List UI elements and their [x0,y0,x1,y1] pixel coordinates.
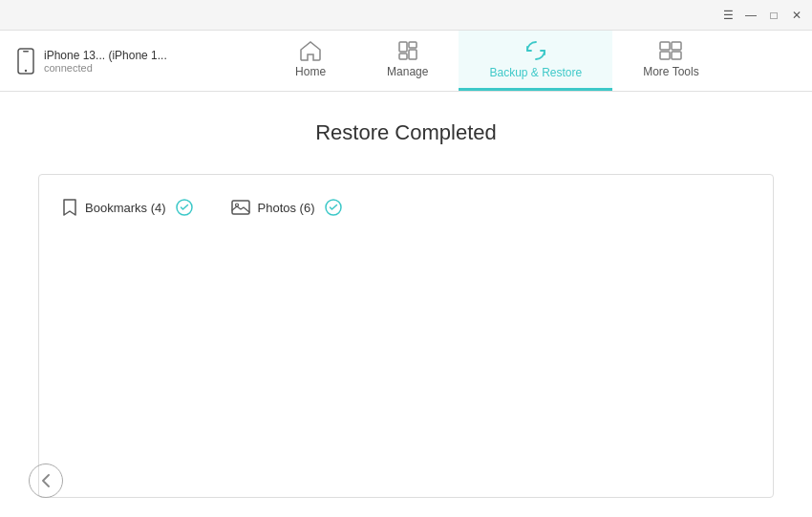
restore-items: Bookmarks (4) Photos (6) [62,198,750,217]
tab-backup-restore-label: Backup & Restore [489,66,582,79]
svg-rect-6 [409,50,417,59]
manage-icon [396,40,419,61]
svg-rect-3 [399,42,407,52]
tab-more-tools[interactable]: More Tools [612,31,729,91]
home-icon [299,40,322,61]
menu-button[interactable]: ☰ [720,8,736,23]
svg-rect-9 [660,52,670,59]
title-bar: ☰ — □ ✕ [0,0,812,31]
maximize-button[interactable]: □ [766,8,781,23]
bookmarks-check-icon [176,199,193,216]
tab-manage[interactable]: Manage [356,31,459,91]
minimize-button[interactable]: — [743,8,759,23]
svg-rect-5 [399,54,407,59]
page-title: Restore Completed [315,120,497,145]
back-button[interactable] [29,463,63,498]
more-tools-icon [658,40,683,61]
device-icon [15,48,36,75]
bookmarks-label: Bookmarks (4) [85,201,166,215]
back-chevron-icon [41,473,51,488]
tab-manage-label: Manage [387,65,428,78]
svg-rect-4 [409,42,417,48]
tab-home[interactable]: Home [265,31,356,91]
bookmarks-icon [62,198,77,217]
svg-rect-1 [23,51,29,53]
svg-rect-12 [232,201,249,214]
photos-icon [231,200,250,215]
tab-home-label: Home [295,65,326,78]
svg-rect-7 [660,42,670,50]
restore-panel: Bookmarks (4) Photos (6) [38,174,774,498]
tab-backup-restore[interactable]: Backup & Restore [459,31,612,91]
restore-item-bookmarks: Bookmarks (4) [62,198,193,217]
device-text: iPhone 13... (iPhone 1... connected [44,49,167,74]
close-button[interactable]: ✕ [789,8,804,23]
tab-more-tools-label: More Tools [643,65,698,78]
svg-rect-10 [672,52,681,59]
restore-item-photos: Photos (6) [231,198,342,217]
backup-restore-icon [524,39,548,62]
header: iPhone 13... (iPhone 1... connected Home [0,31,812,92]
svg-point-2 [25,69,27,71]
nav-tabs: Home Manage [182,31,812,91]
svg-rect-8 [672,42,681,50]
device-name: iPhone 13... (iPhone 1... [44,49,167,62]
device-status: connected [44,62,167,74]
photos-label: Photos (6) [258,201,315,215]
device-info: iPhone 13... (iPhone 1... connected [0,31,182,91]
main-content: Restore Completed Bookmarks (4) [0,92,812,517]
window-controls: ☰ — □ ✕ [720,8,804,23]
photos-check-icon [325,199,342,216]
